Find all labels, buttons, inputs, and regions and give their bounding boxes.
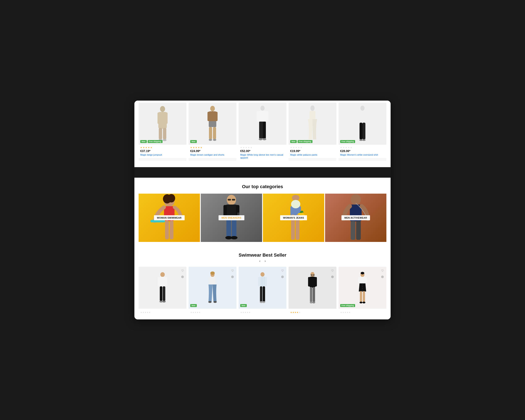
svg-rect-108: [363, 291, 365, 302]
product-info-5: ★ ★ ★ ★ ★ €28.06* Magic Women's white ov…: [338, 145, 386, 158]
svg-rect-100: [360, 277, 365, 284]
heart-icon-4[interactable]: ♡: [330, 268, 335, 273]
product-card-1[interactable]: New Free shipping ★ ★ ★ ★ ★ €37.19* Magi…: [139, 103, 187, 161]
bs-product-image-1: ♡ ◎: [139, 267, 187, 309]
heart-icon-2[interactable]: ♡: [230, 268, 235, 273]
product-name-3[interactable]: Magic White long sleeve tee men's casual…: [240, 153, 285, 159]
svg-rect-20: [265, 111, 268, 121]
badge-shipping-4: Free shipping: [298, 140, 312, 143]
svg-point-75: [208, 301, 212, 303]
svg-point-77: [260, 272, 264, 277]
product-card-2[interactable]: New ★ ★ ★ ★ ★ €24.99* Magic brown cardig…: [188, 103, 236, 161]
product-name-2[interactable]: Magic brown cardigan and shorts: [190, 153, 235, 156]
eye-icon-4[interactable]: ◎: [330, 274, 335, 279]
bs-product-card-3[interactable]: ♡ ◎: [239, 267, 286, 315]
eye-icon-5[interactable]: ◎: [380, 274, 385, 279]
svg-rect-27: [309, 111, 315, 119]
product-card-4[interactable]: New Free shipping ★ ★ ★ ★ ★ €19.99* Magi…: [289, 103, 337, 161]
badge-container-1: New Free shipping: [140, 140, 162, 143]
bs-product-card-2[interactable]: ♡ ◎ New: [188, 267, 236, 315]
svg-rect-85: [263, 286, 265, 302]
product-name-1[interactable]: Magic beige jumpsuit: [140, 153, 185, 156]
heart-icon-3[interactable]: ♡: [280, 268, 285, 273]
svg-point-34: [359, 139, 363, 141]
svg-point-26: [310, 105, 315, 111]
eye-icon-2[interactable]: ◎: [230, 274, 235, 279]
svg-point-104: [362, 286, 363, 287]
svg-rect-10: [207, 112, 210, 121]
badge-shipping-1: Free shipping: [148, 140, 162, 143]
bs-product-card-1[interactable]: ♡ ◎: [139, 267, 187, 315]
heart-icon-1[interactable]: ♡: [180, 268, 185, 273]
best-seller-title: Swimwear Best Seller: [139, 252, 386, 258]
browser-window: New Free shipping ★ ★ ★ ★ ★ €37.19* Magi…: [134, 101, 391, 320]
slider-next-button[interactable]: ›: [263, 259, 267, 263]
svg-point-35: [362, 139, 366, 141]
svg-point-15: [209, 139, 212, 141]
svg-rect-19: [257, 111, 260, 121]
svg-point-28: [360, 106, 365, 111]
svg-rect-92: [308, 277, 310, 287]
bs-product-card-5[interactable]: ♡ ◎: [338, 267, 386, 315]
svg-point-38: [168, 194, 175, 202]
product-name-5[interactable]: Magic Women's white oversized shirt: [340, 153, 385, 156]
action-icons-3: ♡ ◎: [280, 268, 285, 279]
bs-badge-container-2: New: [190, 304, 197, 307]
svg-point-17: [260, 106, 265, 111]
svg-rect-33: [363, 123, 366, 140]
category-card-men-sneakers[interactable]: MEN SNEAKERS: [201, 194, 262, 242]
svg-rect-91: [310, 277, 315, 288]
svg-rect-83: [265, 277, 267, 286]
badge-new-4: New: [290, 140, 297, 143]
eye-icon-1[interactable]: ◎: [180, 274, 185, 279]
badge-container-5: Free shipping: [340, 140, 355, 143]
product-name-4[interactable]: Magic white palazzo pants: [290, 153, 335, 156]
svg-point-54: [292, 195, 300, 201]
badge-new-2: New: [190, 140, 197, 143]
slider-prev-button[interactable]: ‹: [258, 259, 262, 263]
category-label-4: MEN ACTIVEWEAR: [341, 215, 370, 220]
product-price-5: €28.06*: [340, 149, 385, 153]
svg-rect-102: [365, 277, 367, 283]
action-icons-2: ♡ ◎: [230, 268, 235, 279]
svg-point-8: [210, 106, 215, 111]
product-image-1: New Free shipping: [139, 103, 187, 145]
svg-point-105: [362, 288, 363, 289]
category-card-woman-swimwear[interactable]: WOMAN SWIMWEAR: [139, 194, 200, 242]
heart-icon-5[interactable]: ♡: [380, 268, 385, 273]
product-price-3: €52.00*: [240, 149, 285, 153]
product-card-5[interactable]: Free shipping ★ ★ ★ ★ ★ €28.06* Magic Wo…: [338, 103, 386, 161]
svg-point-76: [213, 301, 217, 303]
svg-point-99: [361, 272, 364, 274]
category-card-womans-jeans[interactable]: WOMAN'S JEANS: [263, 194, 324, 242]
bs-product-card-4[interactable]: ♡ ◎: [289, 267, 337, 315]
svg-rect-12: [209, 121, 216, 127]
product-card-3[interactable]: ★ ★ ★ ★ ★ €52.00* Magic White long sleev…: [239, 103, 286, 161]
category-label-2: MEN SNEAKERS: [219, 215, 244, 220]
svg-rect-62: [351, 221, 355, 240]
svg-point-86: [260, 301, 263, 303]
section-divider: [134, 167, 391, 178]
best-seller-grid: ♡ ◎: [139, 267, 386, 315]
category-card-men-activewear[interactable]: MEN ACTIVEWEAR: [325, 194, 386, 242]
product-image-4: New Free shipping: [289, 103, 337, 145]
product-info-2: ★ ★ ★ ★ ★ €24.99* Magic brown cardigan a…: [188, 145, 236, 158]
badge-container-4: New Free shipping: [290, 140, 312, 143]
category-label-3: WOMAN'S JEANS: [280, 215, 307, 220]
eye-icon-3[interactable]: ◎: [280, 274, 285, 279]
svg-rect-95: [313, 287, 315, 302]
product-image-5: Free shipping: [338, 103, 386, 145]
svg-rect-107: [360, 291, 362, 302]
bs-stars-4: ★ ★ ★ ★ ★: [290, 311, 335, 314]
bs-badge-new-3: New: [240, 304, 247, 307]
svg-point-106: [362, 290, 363, 291]
action-icons-5: ♡ ◎: [380, 268, 385, 279]
product-image-3: [239, 103, 286, 145]
bs-product-image-2: ♡ ◎ New: [188, 267, 236, 309]
top-products-grid: New Free shipping ★ ★ ★ ★ ★ €37.19* Magi…: [139, 103, 386, 161]
svg-point-87: [262, 301, 265, 303]
product-price-2: €24.99*: [190, 149, 235, 153]
svg-rect-65: [159, 277, 166, 287]
bs-badge-shipping-5: Free shipping: [340, 304, 355, 307]
svg-rect-89: [310, 274, 312, 276]
